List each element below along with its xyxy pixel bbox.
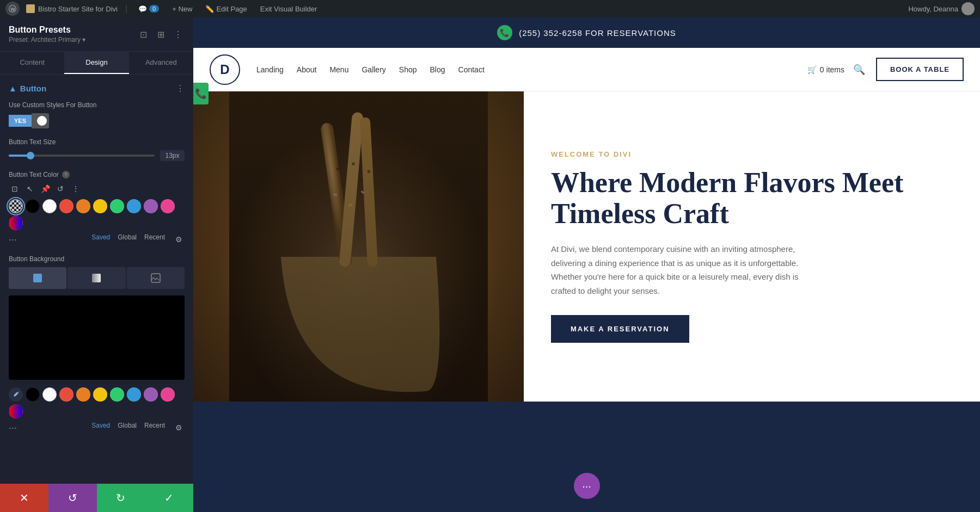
toggle-circle — [37, 116, 47, 126]
redo-button[interactable]: ↻ — [97, 484, 145, 512]
bottom-swatch-purple[interactable] — [144, 387, 158, 402]
panel-content: ▲ Button ⋮ Use Custom Styles For Button … — [0, 75, 193, 484]
slider-thumb[interactable] — [27, 152, 34, 159]
panel-icon-more[interactable]: ⋮ — [171, 28, 185, 41]
bg-tab-gradient[interactable] — [68, 267, 125, 289]
color-more-btn[interactable]: ··· — [9, 234, 17, 245]
panel-icon-monitor[interactable]: ⊡ — [137, 28, 150, 41]
panel-title: Button Presets — [9, 25, 131, 35]
bottom-color-footer: ··· Saved Global Recent ⚙ — [9, 422, 185, 434]
reservation-button[interactable]: MAKE A RESERVATION — [551, 315, 689, 343]
color-recent-btn[interactable]: Recent — [144, 233, 165, 245]
slider-value[interactable]: 13px — [160, 150, 185, 161]
color-tool-monitor[interactable]: ⊡ — [9, 183, 21, 195]
color-swatch-gradient[interactable] — [9, 216, 23, 230]
color-swatch-transparent[interactable] — [9, 199, 23, 213]
tab-content[interactable]: Content — [0, 52, 64, 74]
bottom-color-recent[interactable]: Recent — [144, 422, 165, 434]
bottom-color-global[interactable]: Global — [118, 422, 137, 434]
bottom-color-settings[interactable]: ⚙ — [173, 422, 185, 434]
color-swatch-orange[interactable] — [76, 199, 90, 213]
color-settings-btn[interactable]: ⚙ — [173, 233, 185, 245]
panel-preset-label[interactable]: Preset: Architect Primary ▾ — [9, 36, 131, 44]
tab-design[interactable]: Design — [64, 52, 128, 74]
left-panel: Button Presets Preset: Architect Primary… — [0, 17, 193, 512]
edit-page-button[interactable]: ✏️ Edit Page — [202, 4, 250, 14]
color-tool-cursor[interactable]: ↖ — [24, 183, 36, 195]
nav-link-about[interactable]: About — [297, 65, 317, 74]
new-button[interactable]: + New — [169, 4, 195, 14]
nav-link-gallery[interactable]: Gallery — [362, 65, 385, 74]
color-tool-undo[interactable]: ↺ — [54, 183, 66, 195]
text-color-label: Button Text Color ? — [9, 171, 185, 178]
panel-header-icons: ⊡ ⊞ ⋮ — [137, 28, 185, 41]
avatar — [961, 2, 975, 15]
wp-logo-icon[interactable]: W — [5, 2, 20, 16]
bottom-swatch-pink[interactable] — [161, 387, 175, 402]
section-more-icon[interactable]: ⋮ — [176, 83, 185, 94]
color-swatch-green[interactable] — [110, 199, 124, 213]
save-button[interactable]: ✓ — [145, 484, 193, 512]
panel-icon-layout[interactable]: ⊞ — [154, 28, 167, 41]
bottom-swatch-red[interactable] — [59, 387, 74, 402]
cancel-button[interactable]: ✕ — [0, 484, 48, 512]
color-swatch-white[interactable] — [42, 199, 57, 213]
panel-tabs: Content Design Advanced — [0, 52, 193, 75]
bg-tab-image[interactable] — [127, 267, 185, 289]
undo-button[interactable]: ↺ — [48, 484, 97, 512]
bottom-swatch-green[interactable] — [110, 387, 124, 402]
bottom-swatch-gradient[interactable] — [9, 404, 23, 418]
exit-builder-button[interactable]: Exit Visual Builder — [257, 4, 321, 14]
hero-subtitle: WELCOME TO DIVI — [551, 150, 953, 158]
color-saved-btn[interactable]: Saved — [91, 233, 110, 245]
color-swatch-purple[interactable] — [144, 199, 158, 213]
toggle-row: YES — [9, 113, 185, 128]
toggle-slider — [32, 113, 49, 128]
eyedropper-btn[interactable] — [9, 387, 23, 402]
purple-fab[interactable]: ··· — [574, 473, 600, 499]
color-swatch-yellow[interactable] — [93, 199, 107, 213]
color-tool-more[interactable]: ⋮ — [70, 183, 82, 195]
color-tool-pin[interactable]: 📌 — [39, 183, 51, 195]
phone-number: (255) 352-6258 FOR RESERVATIONS — [519, 28, 676, 38]
custom-styles-toggle[interactable]: YES — [9, 113, 49, 128]
nav-link-menu[interactable]: Menu — [329, 65, 348, 74]
search-icon[interactable]: 🔍 — [853, 64, 865, 76]
site-name[interactable]: Bistro Starter Site for Divi — [26, 4, 118, 13]
bg-tab-solid[interactable] — [9, 267, 66, 289]
bottom-swatch-black[interactable] — [26, 387, 40, 402]
float-tab[interactable]: 📞 — [193, 83, 209, 104]
tab-advanced[interactable]: Advanced — [129, 52, 193, 74]
color-swatch-red[interactable] — [59, 199, 74, 213]
slider-row: 13px — [9, 150, 185, 161]
color-swatch-blue[interactable] — [127, 199, 141, 213]
bottom-swatch-yellow[interactable] — [93, 387, 107, 402]
cart-area[interactable]: 🛒 0 items — [807, 65, 844, 74]
site-favicon — [26, 4, 35, 13]
bottom-color-saved[interactable]: Saved — [91, 422, 110, 434]
bottom-swatch-blue[interactable] — [127, 387, 141, 402]
bg-label: Button Background — [9, 255, 185, 263]
book-table-button[interactable]: BOOK A TABLE — [876, 58, 964, 81]
phone-icon: 📞 — [497, 25, 512, 40]
nav-link-blog[interactable]: Blog — [430, 65, 445, 74]
bottom-color-more[interactable]: ··· — [9, 422, 17, 434]
text-size-label: Button Text Size — [9, 138, 185, 146]
comment-button[interactable]: 💬 0 — [135, 4, 162, 14]
slider-track — [9, 155, 155, 157]
nav-link-contact[interactable]: Contact — [458, 65, 485, 74]
help-icon[interactable]: ? — [62, 171, 70, 178]
color-global-btn[interactable]: Global — [118, 233, 137, 245]
main-content: 📞 (255) 352-6258 FOR RESERVATIONS D Land… — [193, 17, 980, 512]
color-swatch-black[interactable] — [26, 199, 40, 213]
color-swatch-pink[interactable] — [161, 199, 175, 213]
panel-header: Button Presets Preset: Architect Primary… — [0, 17, 193, 52]
text-color-row: Button Text Color ? ⊡ ↖ 📌 ↺ ⋮ — [9, 171, 185, 245]
bottom-swatch-white[interactable] — [42, 387, 57, 402]
bottom-swatch-orange[interactable] — [76, 387, 90, 402]
nav-link-shop[interactable]: Shop — [399, 65, 417, 74]
comment-count: 0 — [149, 5, 159, 13]
nav-link-landing[interactable]: Landing — [256, 65, 284, 74]
cart-icon: 🛒 — [807, 65, 817, 74]
color-footer: ··· Saved Global Recent ⚙ — [9, 233, 185, 245]
